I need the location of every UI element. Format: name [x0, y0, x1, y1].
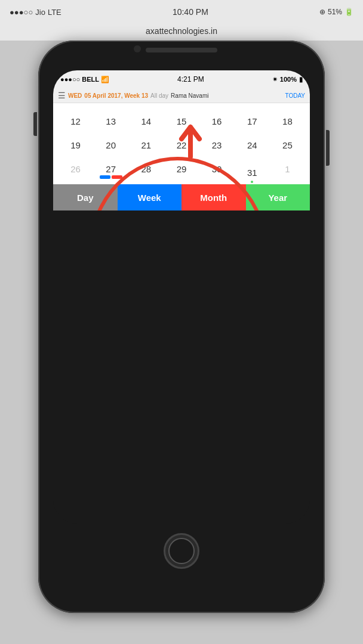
today-circle: 31: [247, 168, 257, 178]
phone-frame: ●●●○○ BELL 📶 4:21 PM ✴ 100% ▮ ☰ WED 05 A…: [38, 41, 325, 613]
battery-icon: 🔋: [344, 8, 353, 16]
cal-day-7[interactable]: 7: [128, 103, 164, 113]
carrier-label: Jio: [35, 8, 45, 17]
outer-status-bar: ●●●○○ Jio LTE 10:40 PM ⊕ 51% 🔋: [0, 0, 363, 24]
home-button[interactable]: [164, 533, 199, 569]
cal-day-30[interactable]: 30: [199, 160, 235, 184]
cal-day-13[interactable]: 13: [93, 113, 128, 137]
cal-day-5[interactable]: 5: [58, 103, 93, 113]
cal-day-6[interactable]: 6: [93, 103, 128, 113]
today-dot: [251, 181, 253, 183]
calendar-popup: ‹ MARCH 2017 › ✕ SUN MON TUE WED THU FRI…: [53, 103, 310, 210]
cal-day-25[interactable]: 25: [270, 137, 305, 160]
cal-day-16[interactable]: 16: [199, 113, 235, 137]
home-button-inner: [168, 538, 195, 564]
tab-bar: Day Week Month Year: [53, 184, 310, 210]
cal-day-12[interactable]: 12: [58, 113, 93, 137]
speaker: [146, 48, 217, 52]
wifi-icon: 📶: [101, 76, 109, 83]
signal-dots: ●●●○○: [10, 8, 33, 17]
cal-day-11[interactable]: 11: [270, 103, 305, 113]
day-label: WED: [68, 92, 82, 99]
tab-year[interactable]: Year: [246, 184, 310, 210]
cal-day-24[interactable]: 24: [235, 137, 270, 160]
cal-day-29[interactable]: 29: [164, 160, 199, 184]
cal-day-9[interactable]: 9: [199, 103, 235, 113]
cal-day-10[interactable]: 10: [235, 103, 270, 113]
tab-month[interactable]: Month: [182, 184, 246, 210]
cal-day-18[interactable]: 18: [270, 113, 305, 137]
outer-time: 10:40 PM: [173, 7, 208, 17]
volume-button: [33, 112, 37, 136]
lock-icon: ⊕: [319, 8, 325, 16]
signal-carrier: ●●●○○ Jio LTE: [10, 8, 61, 17]
cal-day-23[interactable]: 23: [199, 137, 235, 160]
network-label: LTE: [48, 8, 61, 17]
outer-battery: ⊕ 51% 🔋: [319, 8, 353, 16]
allday-label: All day: [150, 92, 168, 99]
ios-time: 4:21 PM: [177, 75, 204, 83]
cal-day-8[interactable]: 8: [164, 103, 199, 113]
calendar-week-2: 5 6 7 8 9 10 11: [53, 103, 310, 113]
calendar-week-5: 26 27 28 29 30 31: [53, 160, 310, 184]
bluetooth-icon: ✴: [272, 76, 278, 83]
cal-day-15[interactable]: 15: [164, 113, 199, 137]
cal-day-26-2[interactable]: 26: [58, 160, 93, 184]
url-bar: axattechnologies.in: [0, 24, 363, 41]
time-grid: 7:00AM 7:00PM 8:00 8:00 9:00 9:00 10:00 …: [53, 103, 310, 210]
ios-signal: ●●●○○: [60, 76, 80, 83]
ios-carrier-label: BELL: [82, 76, 99, 83]
cal-day-17[interactable]: 17: [235, 113, 270, 137]
ios-battery-label: 100%: [280, 76, 297, 83]
cal-day-27[interactable]: 27: [93, 160, 128, 184]
event-label: Rama Navami: [171, 92, 208, 99]
ios-battery-icon: ▮: [299, 76, 303, 83]
today-button[interactable]: TODAY: [285, 92, 305, 99]
cal-day-19[interactable]: 19: [58, 137, 93, 160]
battery-percent: 51%: [328, 8, 342, 16]
menu-icon[interactable]: ☰: [58, 91, 66, 100]
tab-week[interactable]: Week: [118, 184, 182, 210]
cal-day-21[interactable]: 21: [128, 137, 164, 160]
cal-day-22[interactable]: 22: [164, 137, 199, 160]
cal-day-1-next[interactable]: 1: [270, 160, 305, 184]
cal-day-14[interactable]: 14: [128, 113, 164, 137]
power-button: [326, 130, 330, 166]
calendar-week-3: 12 13 14 15 16 17 18: [53, 113, 310, 137]
calendar-week-4: 19 20 21 22 23 24 25: [53, 137, 310, 160]
camera-dot: [134, 45, 141, 52]
ios-battery: ✴ 100% ▮: [272, 76, 303, 83]
full-date: 05 April 2017, Week 13: [84, 92, 148, 99]
phone-screen: ●●●○○ BELL 📶 4:21 PM ✴ 100% ▮ ☰ WED 05 A…: [53, 70, 310, 524]
cal-day-20[interactable]: 20: [93, 137, 128, 160]
tab-day[interactable]: Day: [53, 184, 118, 210]
cal-day-28[interactable]: 28: [128, 160, 164, 184]
cal-day-31-today[interactable]: 31: [235, 160, 270, 184]
ios-carrier: ●●●○○ BELL 📶: [60, 76, 109, 83]
ios-status-bar: ●●●○○ BELL 📶 4:21 PM ✴ 100% ▮: [53, 70, 310, 88]
calendar-header: ☰ WED 05 April 2017, Week 13 All day Ram…: [53, 88, 310, 103]
